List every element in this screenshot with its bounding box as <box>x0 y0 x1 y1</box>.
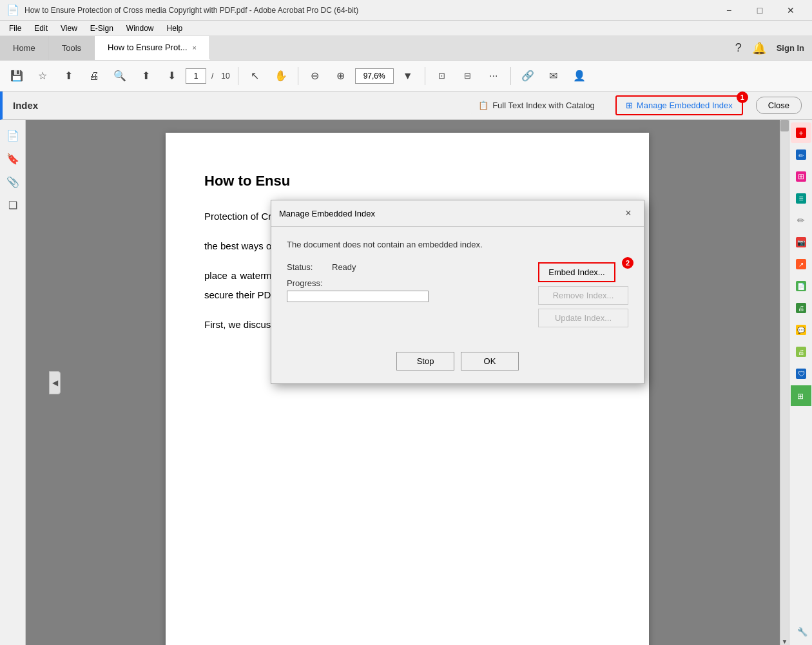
right-tool-teal[interactable]: ≡ <box>791 188 811 209</box>
full-text-index-button[interactable]: 📋 Full Text Index with Catalog <box>470 97 603 114</box>
right-tool-shield[interactable]: 🛡 <box>791 363 811 384</box>
right-tool-active[interactable]: ⊞ <box>791 385 811 406</box>
link-tool[interactable]: 🔗 <box>516 64 539 88</box>
sidebar-attachment[interactable]: 📎 <box>3 171 23 192</box>
right-tool-add-pdf[interactable]: + <box>791 122 811 143</box>
full-text-index-label: Full Text Index with Catalog <box>492 101 595 110</box>
mail-button[interactable]: ✉ <box>542 64 565 88</box>
menu-file[interactable]: File <box>3 23 28 34</box>
menu-bar: File Edit View E-Sign Window Help <box>0 21 812 36</box>
menu-esign[interactable]: E-Sign <box>84 23 120 34</box>
right-tool-comment[interactable]: 💬 <box>791 320 811 340</box>
update-index-button[interactable]: Update Index... <box>538 309 628 327</box>
manage-embedded-dialog: Manage Embedded Index × The document doe… <box>271 200 644 384</box>
scroll-down-arrow[interactable]: ▼ <box>780 638 789 645</box>
manage-embedded-index-label: Manage Embedded Index <box>637 101 733 110</box>
stop-button[interactable]: Stop <box>396 352 454 371</box>
dialog-close-button[interactable]: × <box>621 206 636 221</box>
right-tool-print[interactable]: 🖨 <box>791 298 811 318</box>
svg-text:🔧: 🔧 <box>797 626 807 637</box>
right-tool-edit2[interactable]: ✏ <box>791 210 811 231</box>
index-title: Index <box>13 100 458 111</box>
close-button[interactable]: ✕ <box>776 0 806 21</box>
zoom-dropdown[interactable]: ▼ <box>396 64 420 88</box>
save-button[interactable]: 💾 <box>5 64 28 88</box>
manage-embedded-index-button[interactable]: ⊞ Manage Embedded Index <box>615 95 743 115</box>
right-tool-scan[interactable]: 📷 <box>791 232 811 253</box>
embed-index-button[interactable]: Embed Index... <box>538 262 615 282</box>
minimize-button[interactable]: − <box>714 0 744 21</box>
tab-bar: Home Tools How to Ensure Prot... × ? 🔔 S… <box>0 36 812 61</box>
right-tool-wrench[interactable]: 🔧 <box>795 625 807 640</box>
prev-page-button[interactable]: ⬆ <box>134 64 157 88</box>
toolbar: 💾 ☆ ⬆ 🖨 🔍 ⬆ ⬇ / 10 ↖ ✋ ⊖ ⊕ ▼ ⊡ ⊟ ··· 🔗 ✉… <box>0 61 812 91</box>
right-sidebar: + ✏ ⊞ ≡ ✏ 📷 ↗ 📄 🖨 💬 🖨 <box>789 120 812 645</box>
upload-button[interactable]: ⬆ <box>57 64 80 88</box>
svg-text:+: + <box>798 129 803 138</box>
more-tools[interactable]: ··· <box>482 64 505 88</box>
hand-tool[interactable]: ✋ <box>269 64 293 88</box>
dialog-body: The document does not contain an embedde… <box>271 227 644 345</box>
next-page-button[interactable]: ⬇ <box>160 64 183 88</box>
menu-view[interactable]: View <box>54 23 84 34</box>
right-tool-edit-pdf[interactable]: ✏ <box>791 144 811 165</box>
svg-text:🖨: 🖨 <box>798 349 804 356</box>
progress-row: Progress: <box>287 278 525 302</box>
zoom-in-button[interactable]: ⊕ <box>329 64 353 88</box>
svg-text:⊞: ⊞ <box>797 392 804 401</box>
tab-tools[interactable]: Tools <box>49 36 95 60</box>
zoom-find-button[interactable]: 🔍 <box>108 64 131 88</box>
dialog-message: The document does not contain an embedde… <box>287 240 628 249</box>
right-tool-export[interactable]: ↗ <box>791 254 811 274</box>
sidebar-page-thumbnail[interactable]: 📄 <box>3 125 23 146</box>
sidebar-collapse-arrow[interactable]: ◀ <box>49 371 61 394</box>
progress-bar <box>287 291 429 302</box>
scrollbar-thumb[interactable] <box>780 120 789 131</box>
dialog-titlebar: Manage Embedded Index × <box>271 200 644 227</box>
svg-text:✏: ✏ <box>798 152 804 159</box>
page-number-input[interactable] <box>186 68 206 84</box>
print-button[interactable]: 🖨 <box>82 64 106 88</box>
svg-text:⊞: ⊞ <box>798 172 804 181</box>
tab-tools-label: Tools <box>62 43 81 53</box>
zoom-level-input[interactable] <box>355 68 394 84</box>
tab-home-label: Home <box>13 43 35 53</box>
left-sidebar: 📄 🔖 📎 ❑ <box>0 120 26 645</box>
notification-icon[interactable]: 🔔 <box>752 41 766 55</box>
tab-close-button[interactable]: × <box>193 44 197 52</box>
menu-help[interactable]: Help <box>160 23 189 34</box>
help-icon[interactable]: ? <box>735 41 742 55</box>
index-close-button[interactable]: Close <box>756 97 802 114</box>
svg-text:💬: 💬 <box>797 326 806 334</box>
right-tool-lime[interactable]: 🖨 <box>791 342 811 362</box>
window-controls: − □ ✕ <box>714 0 806 21</box>
title-bar: 📄 How to Ensure Protection of Cross medi… <box>0 0 812 21</box>
index-bar: Index 📋 Full Text Index with Catalog ⊞ M… <box>0 91 812 120</box>
right-tool-organize[interactable]: ⊞ <box>791 166 811 187</box>
right-tool-create[interactable]: 📄 <box>791 276 811 296</box>
menu-edit[interactable]: Edit <box>28 23 54 34</box>
status-label: Status: <box>287 262 332 272</box>
zoom-out-button[interactable]: ⊖ <box>304 64 327 88</box>
menu-window[interactable]: Window <box>120 23 160 34</box>
bookmark-button[interactable]: ☆ <box>31 64 54 88</box>
fit-width-button[interactable]: ⊟ <box>456 64 479 88</box>
dialog-title: Manage Embedded Index <box>279 209 621 218</box>
dialog-footer: Stop OK <box>271 345 644 383</box>
app-icon: 📄 <box>6 4 19 16</box>
fit-page-button[interactable]: ⊡ <box>430 64 454 88</box>
sidebar-bookmark[interactable]: 🔖 <box>3 148 23 169</box>
embed-btn-wrapper: Embed Index... 2 <box>538 262 628 282</box>
tab-home[interactable]: Home <box>0 36 49 60</box>
remove-index-button[interactable]: Remove Index... <box>538 286 628 305</box>
ok-button[interactable]: OK <box>461 352 519 371</box>
sign-in-button[interactable]: Sign In <box>777 43 804 53</box>
sidebar-layers[interactable]: ❑ <box>3 195 23 215</box>
tab-document[interactable]: How to Ensure Prot... × <box>95 36 210 60</box>
page-separator: / <box>211 72 213 81</box>
vertical-scrollbar[interactable]: ▼ <box>780 120 789 645</box>
maximize-button[interactable]: □ <box>745 0 775 21</box>
cursor-tool[interactable]: ↖ <box>244 64 267 88</box>
tab-right-icons: ? 🔔 Sign In <box>728 36 812 60</box>
account-button[interactable]: 👤 <box>568 64 591 88</box>
